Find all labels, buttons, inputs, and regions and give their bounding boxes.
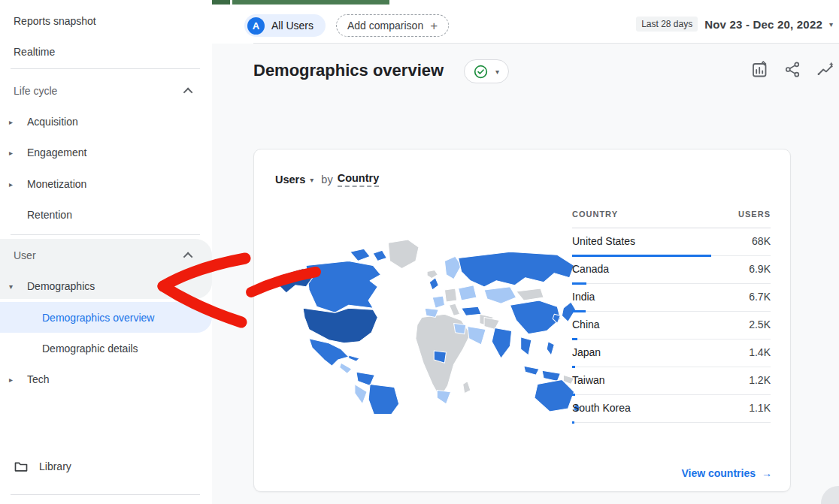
- sidebar-item-acquisition[interactable]: ▸ Acquisition: [0, 107, 212, 137]
- sidebar-item-demographics-overview[interactable]: Demographics overview: [0, 302, 212, 333]
- users-by-country-card: Users ▾ by Country: [253, 149, 791, 492]
- share-icon[interactable]: [783, 60, 802, 79]
- report-actions: [750, 60, 835, 79]
- report-status-dropdown[interactable]: ▾: [464, 59, 509, 83]
- arrow-right-icon: →: [762, 467, 772, 479]
- metric-dropdown[interactable]: Users: [275, 174, 305, 186]
- users-bar: [572, 421, 574, 424]
- sidebar-item-library[interactable]: Library: [0, 451, 212, 481]
- sidebar-item-realtime[interactable]: Realtime: [0, 37, 212, 67]
- reports-sidebar: Reports snapshot Realtime Life cycle ▸ A…: [0, 0, 212, 504]
- sidebar-item-label: Library: [39, 460, 71, 472]
- card-header: Users ▾ by Country: [275, 172, 379, 187]
- country-name: India: [572, 291, 595, 303]
- sidebar-section-user[interactable]: User: [0, 240, 212, 270]
- country-name: Japan: [572, 346, 601, 358]
- sidebar-item-demographic-details[interactable]: Demographic details: [0, 333, 212, 364]
- view-countries-label: View countries: [681, 467, 756, 479]
- top-progress-bar-segment: [232, 0, 389, 5]
- sidebar-item-label: Reports snapshot: [14, 15, 96, 27]
- plus-icon: +: [430, 20, 438, 32]
- sidebar-item-tech[interactable]: ▸ Tech: [0, 364, 212, 394]
- sidebar-item-monetization[interactable]: ▸ Monetization: [0, 169, 212, 199]
- sidebar-item-label: Demographics: [27, 280, 95, 292]
- sidebar-section-life-cycle[interactable]: Life cycle: [0, 76, 212, 106]
- expand-triangle-icon[interactable]: ▸: [8, 376, 27, 384]
- table-row: Taiwan1.2K: [572, 367, 771, 395]
- chevron-up-icon[interactable]: [183, 87, 193, 97]
- table-row: South Korea1.1K: [572, 395, 771, 423]
- sidebar-item-label: Engagement: [27, 146, 86, 158]
- sidebar-divider: [11, 68, 200, 69]
- chevron-up-icon[interactable]: [183, 252, 193, 261]
- country-name: South Korea: [572, 402, 631, 414]
- sidebar-item-label: Tech: [27, 373, 50, 385]
- users-value: 1.4K: [749, 346, 771, 358]
- table-row: United States68K: [572, 228, 771, 256]
- sidebar-item-engagement[interactable]: ▸ Engagement: [0, 137, 212, 167]
- date-range-selector[interactable]: Last 28 days Nov 23 - Dec 20, 2022 ▾: [636, 17, 833, 32]
- users-value: 6.9K: [749, 263, 771, 275]
- page-title: Demographics overview: [253, 61, 444, 80]
- by-label: by: [321, 174, 332, 186]
- users-value: 68K: [752, 235, 771, 247]
- table-row: India6.7K: [572, 284, 771, 312]
- sidebar-item-demographics[interactable]: ▾ Demographics: [0, 271, 212, 301]
- column-header-country: COUNTRY: [572, 210, 618, 219]
- add-comparison-label: Add comparison: [347, 20, 423, 32]
- country-name: United States: [572, 235, 635, 247]
- ga4-demographics-overview-screen: Reports snapshot Realtime Life cycle ▸ A…: [0, 0, 839, 504]
- chevron-down-icon: ▾: [310, 176, 313, 184]
- sidebar-item-label: Retention: [27, 209, 72, 221]
- table-row: Canada6.9K: [572, 256, 771, 284]
- comparison-avatar: A: [247, 17, 265, 35]
- column-header-users: USERS: [738, 210, 771, 219]
- date-range-text: Nov 23 - Dec 20, 2022: [704, 18, 822, 31]
- sidebar-item-label: Demographic details: [42, 343, 138, 355]
- expand-triangle-icon[interactable]: ▸: [8, 118, 27, 126]
- check-circle-icon: [474, 65, 488, 79]
- date-preset-badge: Last 28 days: [636, 17, 698, 32]
- country-table: COUNTRY USERS United States68K Canada6.9…: [572, 210, 771, 423]
- sidebar-divider: [11, 234, 200, 235]
- world-map-choropleth: [259, 235, 582, 414]
- all-users-chip[interactable]: A All Users: [244, 14, 326, 37]
- country-name: Taiwan: [572, 374, 605, 386]
- section-label: User: [14, 249, 36, 261]
- sidebar-item-label: Monetization: [27, 178, 86, 190]
- header-divider: [253, 43, 839, 44]
- users-value: 2.5K: [749, 318, 771, 330]
- table-row: China2.5K: [572, 312, 771, 340]
- users-value: 1.2K: [749, 374, 771, 386]
- country-name: Canada: [572, 263, 609, 275]
- users-value: 1.1K: [749, 402, 771, 414]
- sidebar-item-label: Acquisition: [27, 116, 78, 128]
- chevron-down-icon: ▾: [829, 20, 833, 29]
- table-header-row: COUNTRY USERS: [572, 210, 771, 228]
- users-value: 6.7K: [749, 291, 771, 303]
- country-name: China: [572, 318, 600, 330]
- folder-icon: [14, 459, 29, 474]
- customize-report-icon[interactable]: [750, 60, 769, 79]
- all-users-label: All Users: [271, 20, 313, 32]
- expand-triangle-icon[interactable]: ▸: [8, 149, 27, 157]
- sidebar-item-label: Demographics overview: [42, 312, 154, 324]
- collapse-triangle-icon[interactable]: ▾: [8, 282, 27, 291]
- section-label: Life cycle: [14, 85, 57, 97]
- sidebar-item-retention[interactable]: Retention: [0, 200, 212, 230]
- add-comparison-button[interactable]: Add comparison +: [336, 14, 449, 37]
- view-countries-link[interactable]: View countries →: [681, 467, 772, 479]
- insights-icon[interactable]: [816, 60, 835, 79]
- sidebar-item-reports-snapshot[interactable]: Reports snapshot: [0, 6, 212, 36]
- expand-triangle-icon[interactable]: ▸: [8, 180, 27, 189]
- sidebar-item-label: Realtime: [14, 46, 55, 58]
- chevron-down-icon: ▾: [495, 68, 499, 76]
- table-row: Japan1.4K: [572, 340, 771, 367]
- dimension-link[interactable]: Country: [338, 172, 380, 187]
- sidebar-divider: [11, 494, 200, 495]
